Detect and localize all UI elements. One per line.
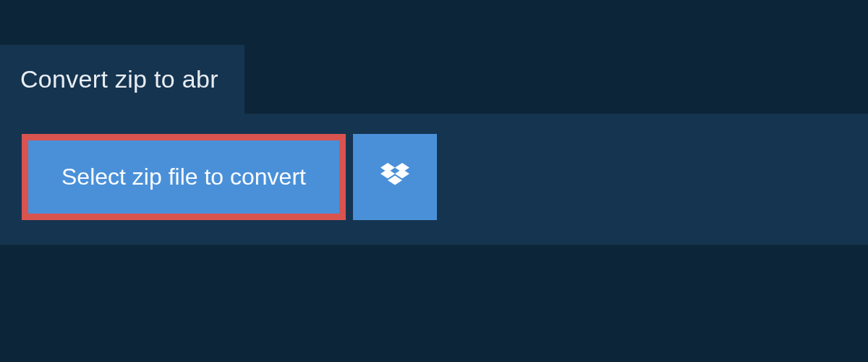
- button-row: Select zip file to convert: [22, 134, 846, 220]
- page-title: Convert zip to abr: [20, 65, 218, 93]
- select-file-label: Select zip file to convert: [61, 164, 306, 190]
- select-file-button[interactable]: Select zip file to convert: [22, 134, 346, 220]
- tab-header: Convert zip to abr: [0, 45, 244, 114]
- dropbox-icon: [380, 163, 409, 192]
- content-panel: Select zip file to convert: [0, 114, 868, 245]
- dropbox-button[interactable]: [353, 134, 437, 220]
